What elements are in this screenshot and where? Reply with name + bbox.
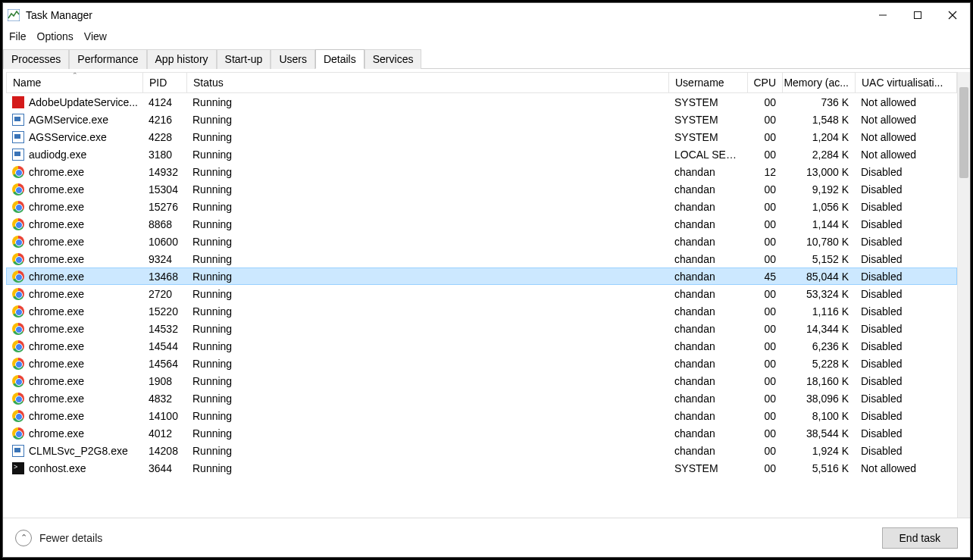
tab-users[interactable]: Users — [271, 49, 315, 69]
table-row[interactable]: chrome.exe14544Runningchandan006,236 KDi… — [6, 337, 957, 355]
chrome-icon — [12, 183, 24, 196]
table-row[interactable]: chrome.exe14932Runningchandan1213,000 KD… — [6, 163, 957, 180]
sort-ascending-icon: ⌃ — [72, 73, 78, 79]
cell-pid: 15276 — [142, 201, 186, 213]
cell-name: AGSService.exe — [6, 131, 142, 143]
cell-uac: Not allowed — [855, 131, 946, 143]
col-status[interactable]: Status — [187, 73, 669, 92]
cell-user: chandan — [668, 183, 747, 196]
cell-mem: 8,100 K — [782, 410, 855, 422]
chrome-icon — [12, 340, 24, 352]
table-row[interactable]: CLMLSvc_P2G8.exe14208Runningchandan001,9… — [6, 442, 957, 459]
table-row[interactable]: chrome.exe14532Runningchandan0014,344 KD… — [6, 320, 957, 337]
cell-name: chrome.exe — [6, 410, 142, 422]
cell-user: chandan — [668, 253, 747, 265]
table-row[interactable]: chrome.exe15304Runningchandan009,192 KDi… — [6, 180, 957, 198]
table-row[interactable]: AGSService.exe4228RunningSYSTEM001,204 K… — [6, 128, 957, 145]
process-name: chrome.exe — [29, 218, 84, 230]
cell-cpu: 00 — [747, 462, 782, 474]
cell-mem: 1,204 K — [782, 131, 855, 143]
table-row[interactable]: chrome.exe9324Runningchandan005,152 KDis… — [6, 250, 957, 267]
tab-services[interactable]: Services — [364, 49, 422, 69]
cell-pid: 14544 — [142, 340, 186, 352]
generic-icon — [12, 114, 24, 126]
cell-user: chandan — [668, 305, 747, 318]
table-row[interactable]: chrome.exe1908Runningchandan0018,160 KDi… — [6, 372, 957, 389]
close-button[interactable] — [935, 3, 970, 27]
cell-cpu: 00 — [747, 340, 782, 352]
col-memory[interactable]: Memory (ac... — [783, 73, 856, 92]
cell-pid: 3644 — [142, 462, 186, 474]
chrome-icon — [12, 288, 24, 300]
chrome-icon — [12, 393, 24, 405]
table-row[interactable]: chrome.exe14100Runningchandan008,100 KDi… — [6, 407, 957, 424]
cell-uac: Disabled — [855, 218, 946, 230]
cell-status: Running — [186, 410, 668, 422]
menu-view[interactable]: View — [84, 30, 107, 42]
process-name: chrome.exe — [29, 166, 84, 178]
col-username[interactable]: Username — [669, 73, 748, 92]
tab-performance[interactable]: Performance — [69, 49, 146, 69]
table-row[interactable]: chrome.exe15276Runningchandan001,056 KDi… — [6, 198, 957, 215]
cell-name: chrome.exe — [6, 393, 142, 405]
process-name: chrome.exe — [29, 201, 84, 213]
maximize-button[interactable] — [900, 3, 935, 27]
tab-details[interactable]: Details — [315, 49, 364, 69]
table-row[interactable]: chrome.exe14564Runningchandan005,228 KDi… — [6, 355, 957, 372]
cell-uac: Disabled — [855, 166, 946, 178]
col-uac[interactable]: UAC virtualisati... — [856, 73, 946, 92]
cell-uac: Disabled — [855, 288, 946, 300]
cell-mem: 38,096 K — [782, 393, 855, 405]
tab-processes[interactable]: Processes — [3, 49, 69, 69]
table-row[interactable]: chrome.exe13468Runningchandan4585,044 KD… — [6, 267, 957, 285]
end-task-button[interactable]: End task — [882, 527, 958, 549]
cell-user: chandan — [668, 358, 747, 370]
tab-app-history[interactable]: App history — [147, 49, 217, 69]
cell-user: SYSTEM — [668, 96, 747, 108]
scrollbar-thumb[interactable] — [959, 87, 968, 178]
menu-options[interactable]: Options — [37, 30, 74, 42]
vertical-scrollbar[interactable] — [957, 72, 970, 518]
col-cpu[interactable]: CPU — [748, 73, 783, 92]
process-name: chrome.exe — [29, 340, 84, 352]
table-row[interactable]: audiodg.exe3180RunningLOCAL SER...002,28… — [6, 145, 957, 163]
cell-pid: 4012 — [142, 427, 186, 440]
cell-mem: 10,780 K — [782, 236, 855, 248]
cell-status: Running — [186, 462, 668, 474]
cell-name: chrome.exe — [6, 288, 142, 300]
cell-user: chandan — [668, 236, 747, 248]
fewer-details-button[interactable]: ⌃ Fewer details — [15, 530, 102, 546]
chrome-icon — [12, 375, 24, 387]
footer: ⌃ Fewer details End task — [3, 518, 970, 557]
tab-startup[interactable]: Start-up — [217, 49, 271, 69]
col-pid[interactable]: PID — [143, 73, 187, 92]
details-table: ⌃ Name PID Status Username CPU Memory (a… — [6, 72, 957, 518]
cell-pid: 8868 — [142, 218, 186, 230]
table-row[interactable]: AdobeUpdateService...4124RunningSYSTEM00… — [6, 93, 957, 111]
cell-name: chrome.exe — [6, 271, 142, 283]
minimize-button[interactable] — [865, 3, 900, 27]
process-name: audiodg.exe — [29, 149, 86, 161]
cell-name: audiodg.exe — [6, 149, 142, 161]
cell-mem: 53,324 K — [782, 288, 855, 300]
cell-status: Running — [186, 305, 668, 318]
cell-mem: 14,344 K — [782, 323, 855, 335]
table-row[interactable]: conhost.exe3644RunningSYSTEM005,516 KNot… — [6, 459, 957, 477]
table-row[interactable]: chrome.exe10600Runningchandan0010,780 KD… — [6, 233, 957, 250]
table-row[interactable]: AGMService.exe4216RunningSYSTEM001,548 K… — [6, 111, 957, 128]
cell-cpu: 00 — [747, 149, 782, 161]
cell-cpu: 45 — [747, 271, 782, 283]
cell-name: chrome.exe — [6, 358, 142, 370]
table-row[interactable]: chrome.exe4012Runningchandan0038,544 KDi… — [6, 424, 957, 442]
table-row[interactable]: chrome.exe8868Runningchandan001,144 KDis… — [6, 215, 957, 233]
cell-user: SYSTEM — [668, 131, 747, 143]
table-row[interactable]: chrome.exe2720Runningchandan0053,324 KDi… — [6, 285, 957, 302]
col-name[interactable]: ⌃ Name — [7, 73, 143, 92]
process-name: chrome.exe — [29, 271, 84, 283]
table-row[interactable]: chrome.exe15220Runningchandan001,116 KDi… — [6, 302, 957, 320]
cell-status: Running — [186, 218, 668, 230]
cell-mem: 9,192 K — [782, 183, 855, 196]
titlebar[interactable]: Task Manager — [3, 3, 970, 27]
menu-file[interactable]: File — [9, 30, 27, 42]
table-row[interactable]: chrome.exe4832Runningchandan0038,096 KDi… — [6, 389, 957, 407]
